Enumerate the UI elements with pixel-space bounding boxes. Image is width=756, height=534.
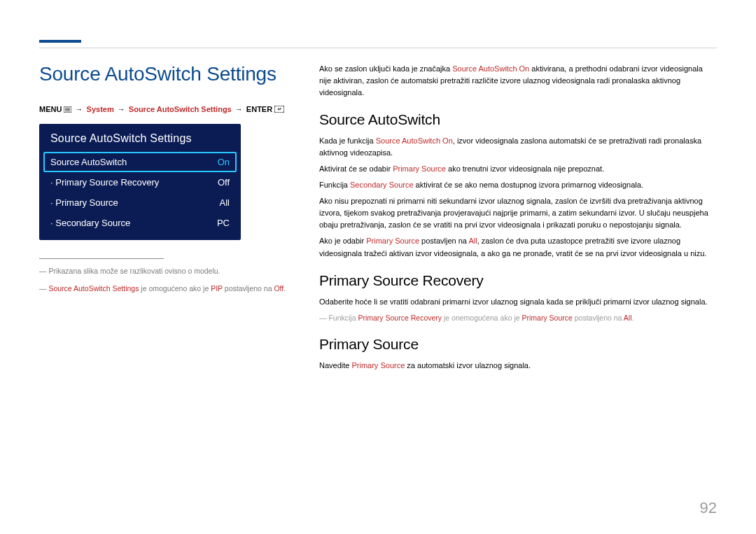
osd-row-primary-source[interactable]: Primary Source All (39, 192, 241, 213)
footnotes: Prikazana slika može se razlikovati ovis… (39, 258, 298, 295)
page-title: Source AutoSwitch Settings (39, 63, 298, 85)
body-hl: Primary Source (393, 164, 446, 173)
body-paragraph: Navedite Primary Source za automatski iz… (319, 360, 717, 372)
osd-row-value: On (218, 157, 230, 167)
subnote-hl: Primary Source (522, 314, 572, 322)
body-text: Ako je odabir (319, 237, 366, 245)
osd-row-label: Secondary Source (50, 218, 130, 228)
footnote: Prikazana slika može se razlikovati ovis… (39, 265, 298, 276)
subnote-text: Funkcija (328, 314, 358, 322)
body-text: za automatski izvor ulaznog signala. (405, 361, 531, 370)
menu-icon (64, 106, 71, 114)
body-paragraph: Funkcija Secondary Source aktivirat će s… (319, 179, 717, 191)
body-paragraph: Ako nisu prepoznati ni primarni niti sek… (319, 195, 717, 231)
page-number: 92 (700, 499, 717, 517)
intro-paragraph: Ako se zaslon uključi kada je značajka S… (319, 63, 717, 99)
body-hl: Secondary Source (350, 181, 414, 189)
body-text: Ako se zaslon uključi kada je značajka (319, 64, 452, 73)
body-hl: Primary Source (351, 361, 405, 370)
subnote-hl: Primary Source Recovery (358, 314, 442, 322)
body-text: postavljen na (419, 237, 468, 245)
enter-icon (274, 106, 284, 114)
osd-row-value: Off (218, 177, 230, 188)
breadcrumb: MENU → System → Source AutoSwitch Settin… (39, 105, 298, 114)
body-paragraph: Aktivirat će se odabir Primary Source ak… (319, 163, 717, 175)
footnote: Source AutoSwitch Settings je omogućeno … (39, 283, 298, 294)
body-hl: Source AutoSwitch On (376, 136, 453, 145)
osd-row-primary-source-recovery[interactable]: Primary Source Recovery Off (39, 172, 241, 192)
osd-row-secondary-source[interactable]: Secondary Source PC (39, 213, 241, 233)
body-paragraph: Kada je funkcija Source AutoSwitch On, i… (319, 135, 717, 159)
body-hl: Primary Source (366, 237, 419, 245)
body-hl: All (468, 237, 477, 245)
breadcrumb-system: System (87, 105, 114, 113)
arrow-icon: → (76, 105, 83, 113)
arrow-icon: → (235, 105, 243, 113)
osd-row-source-autoswitch[interactable]: Source AutoSwitch On (43, 152, 237, 172)
left-column: Source AutoSwitch Settings MENU → System… (39, 63, 298, 376)
body-text: ako trenutni izvor videosignala nije pre… (446, 164, 604, 173)
section-heading-source-autoswitch: Source AutoSwitch (319, 111, 717, 128)
footnote-hl: PIP (211, 284, 223, 293)
osd-title: Source AutoSwitch Settings (39, 124, 241, 152)
header-tab-marker (39, 40, 81, 43)
body-text: Funkcija (319, 181, 350, 189)
osd-row-value: All (220, 197, 230, 208)
page-content: Source AutoSwitch Settings MENU → System… (39, 63, 717, 376)
subnote-text: je onemogućena ako je (442, 314, 522, 322)
subnote-hl: All (624, 314, 632, 322)
right-column: Ako se zaslon uključi kada je značajka S… (319, 63, 717, 376)
footnote-text: je omogućeno ako je (139, 284, 211, 293)
footnote-text: . (284, 284, 286, 293)
body-text: Aktivirat će se odabir (319, 164, 393, 173)
breadcrumb-enter: ENTER (246, 105, 272, 113)
arrow-icon: → (118, 105, 125, 113)
subnote-text: . (632, 314, 634, 322)
footnote-rule (39, 258, 164, 259)
footnote-text: postavljeno na (223, 284, 274, 293)
breadcrumb-settings: Source AutoSwitch Settings (129, 105, 232, 113)
subnote-text: postavljeno na (573, 314, 624, 322)
footnote-hl: Off (274, 284, 284, 293)
header-divider (39, 48, 717, 48)
subnote: Funkcija Primary Source Recovery je onem… (319, 312, 717, 323)
osd-row-label: Primary Source Recovery (50, 177, 159, 188)
osd-row-value: PC (217, 218, 230, 228)
osd-row-label: Source AutoSwitch (50, 157, 127, 167)
body-hl: Source AutoSwitch On (452, 64, 529, 73)
body-text: Kada je funkcija (319, 136, 376, 145)
body-text: Navedite (319, 361, 351, 370)
body-paragraph: Ako je odabir Primary Source postavljen … (319, 235, 717, 259)
footnote-hl: Source AutoSwitch Settings (48, 284, 139, 293)
osd-row-label: Primary Source (50, 197, 118, 208)
body-paragraph: Odaberite hoće li se vratiti odabrani pr… (319, 296, 717, 308)
breadcrumb-menu: MENU (39, 105, 62, 113)
body-text: aktivirat će se ako nema dostupnog izvor… (414, 181, 643, 189)
section-heading-primary-source-recovery: Primary Source Recovery (319, 272, 717, 289)
section-heading-primary-source: Primary Source (319, 336, 717, 353)
osd-panel: Source AutoSwitch Settings Source AutoSw… (39, 124, 241, 240)
